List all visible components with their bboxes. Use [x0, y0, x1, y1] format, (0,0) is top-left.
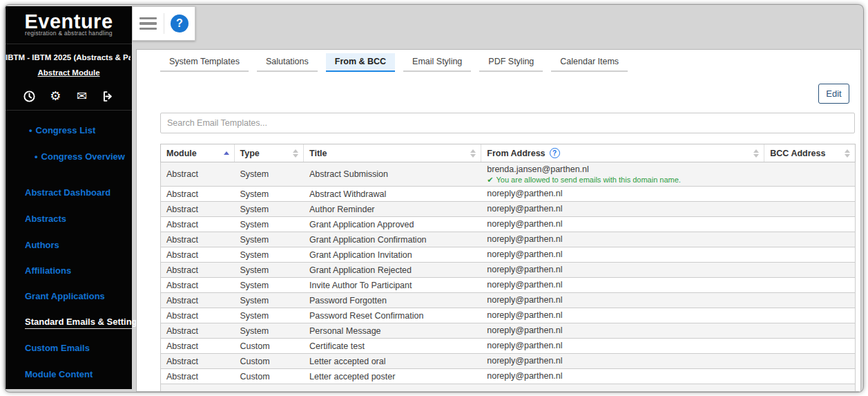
- table-row[interactable]: AbstractSystemAuthor Remindernoreply@par…: [160, 202, 856, 217]
- cell-type: System: [235, 323, 305, 338]
- cell-bcc-address: [764, 323, 855, 338]
- sidebar: Eventure registration & abstract handlin…: [6, 6, 132, 389]
- sort-icon: [293, 149, 298, 158]
- sort-down-arrow: [293, 154, 298, 158]
- table-row[interactable]: AbstractCustomLetter accepted oralnorepl…: [160, 354, 856, 369]
- table-row[interactable]: AbstractCustomCertificate testnoreply@pa…: [160, 339, 856, 354]
- cell-from-address: noreply@parthen.nl: [481, 339, 764, 353]
- mail-icon[interactable]: ✉: [74, 88, 90, 104]
- cell-type: Custom: [235, 369, 305, 384]
- sidebar-item-affiliations[interactable]: Affiliations: [25, 264, 71, 278]
- app-window: Eventure registration & abstract handlin…: [5, 5, 863, 392]
- sidebar-item-standard-emails-settings[interactable]: Standard Emails & Settings: [25, 315, 146, 329]
- column-header-from-address[interactable]: From Address: [481, 144, 764, 162]
- cell-from-address: noreply@parthen.nl: [481, 232, 764, 247]
- cell-module: Abstract: [161, 202, 235, 216]
- sidebar-item-authors[interactable]: Authors: [25, 238, 59, 252]
- from-address-value: noreply@parthen.nl: [487, 295, 562, 305]
- clock-icon[interactable]: [21, 88, 37, 104]
- domain-allowed-text: You are allowed to send emails with this…: [496, 175, 681, 185]
- sidebar-item-abstract-dashboard[interactable]: Abstract Dashboard: [25, 186, 110, 200]
- table-row[interactable]: AbstractSystemPassword Forgottennoreply@…: [160, 293, 856, 308]
- tab-email-styling[interactable]: Email Styling: [403, 53, 471, 72]
- cell-from-address: noreply@parthen.nl: [481, 323, 764, 338]
- column-header-module[interactable]: Module: [161, 144, 235, 162]
- sidebar-item-custom-emails[interactable]: Custom Emails: [25, 341, 90, 355]
- cell-module: Abstract: [161, 339, 235, 353]
- cell-title: Letter accepted oral: [304, 354, 481, 368]
- abstract-module-link[interactable]: Abstract Module: [37, 68, 99, 77]
- cell-title: Password Forgotten: [304, 293, 481, 308]
- table-row[interactable]: AbstractSystemPersonal Messagenoreply@pa…: [160, 323, 856, 339]
- column-header-type[interactable]: Type: [235, 144, 305, 162]
- sidebar-item-congress-list[interactable]: •Congress List: [6, 124, 132, 138]
- table-row[interactable]: AbstractCustomLetter accepted posternore…: [160, 369, 856, 384]
- logout-icon[interactable]: [100, 88, 117, 104]
- cell-title: Grant Application Invitation: [304, 247, 481, 262]
- edit-button[interactable]: Edit: [818, 84, 849, 104]
- table-row[interactable]: AbstractSystemAbstract Submissionbrenda.…: [160, 162, 856, 187]
- cell-from-address: noreply@parthen.nl: [481, 308, 764, 323]
- hamburger-menu-icon[interactable]: [133, 13, 164, 35]
- cell-bcc-address: [764, 202, 855, 216]
- cell-type: System: [235, 278, 305, 292]
- table-row[interactable]: AbstractSystemAbstract Withdrawalnoreply…: [160, 187, 856, 202]
- table-header-row: ModuleTypeTitleFrom AddressBCC Address: [160, 144, 856, 162]
- sidebar-item-congress-overview[interactable]: •Congress Overview: [6, 150, 132, 164]
- cell-from-address: brenda.jansen@parthen.nl✔You are allowed…: [481, 162, 764, 186]
- help-button[interactable]: [164, 15, 195, 32]
- cell-title: Personal Message: [304, 323, 481, 338]
- cell-from-address: noreply@parthen.nl: [481, 354, 764, 368]
- tab-system-templates[interactable]: System Templates: [160, 53, 249, 72]
- sort-down-arrow: [845, 154, 850, 158]
- from-address-value: noreply@parthen.nl: [487, 341, 562, 351]
- table-row[interactable]: AbstractSystemPassword Reset Confirmatio…: [160, 308, 856, 323]
- column-header-title[interactable]: Title: [304, 144, 481, 162]
- column-header-bcc-address[interactable]: BCC Address: [764, 144, 855, 162]
- cell-from-address: noreply@parthen.nl: [481, 278, 764, 292]
- search-input[interactable]: [160, 113, 855, 133]
- module-link-wrap: Abstract Module: [6, 66, 132, 78]
- table-row[interactable]: AbstractSystemInvite Author To Participa…: [160, 278, 856, 293]
- cell-title: Abstract Submission: [304, 162, 481, 186]
- sidebar-item-grant-applications[interactable]: Grant Applications: [25, 290, 105, 303]
- cell-from-address: noreply@parthen.nl: [481, 369, 764, 384]
- sidebar-item-module-content[interactable]: Module Content: [25, 368, 93, 381]
- cell-title: Author Reminder: [304, 202, 481, 216]
- cell-type: Custom: [235, 354, 305, 368]
- gear-icon[interactable]: ⚙: [47, 88, 64, 104]
- cell-module: Abstract: [161, 293, 235, 308]
- cell-module: Abstract: [161, 323, 235, 338]
- cell-bcc-address: [764, 278, 855, 292]
- sort-down-arrow: [470, 154, 476, 158]
- tab-pdf-styling[interactable]: PDF Styling: [479, 53, 543, 72]
- cell-bcc-address: [764, 263, 855, 277]
- cell-module: Abstract: [161, 263, 235, 277]
- column-header-label: BCC Address: [770, 149, 825, 158]
- cell-module: Abstract: [161, 354, 235, 368]
- cell-bcc-address: [764, 232, 855, 247]
- sidebar-item-abstracts[interactable]: Abstracts: [25, 212, 66, 226]
- sort-up-arrow: [224, 151, 229, 155]
- table-row-partial: [160, 384, 856, 392]
- cell-type: Custom: [235, 339, 305, 353]
- cell-type: System: [235, 202, 305, 216]
- tab-calendar-items[interactable]: Calendar Items: [551, 53, 628, 72]
- table-body: AbstractSystemAbstract Submissionbrenda.…: [160, 162, 856, 384]
- from-address-value: noreply@parthen.nl: [487, 265, 562, 275]
- column-help-icon[interactable]: [550, 148, 560, 158]
- cell-from-address: noreply@parthen.nl: [481, 202, 764, 216]
- from-address-value: noreply@parthen.nl: [487, 189, 562, 199]
- help-icon: [171, 15, 189, 32]
- main-panel: System TemplatesSalutationsFrom & BCCEma…: [136, 49, 861, 392]
- tab-from-bcc[interactable]: From & BCC: [326, 53, 395, 72]
- table-row[interactable]: AbstractSystemGrant Application Approved…: [160, 217, 856, 232]
- table-row[interactable]: AbstractSystemGrant Application Rejected…: [160, 263, 856, 278]
- table-row[interactable]: AbstractSystemGrant Application Confirma…: [160, 232, 856, 247]
- cell-bcc-address: [764, 217, 855, 232]
- tab-salutations[interactable]: Salutations: [257, 53, 318, 72]
- cell-from-address: noreply@parthen.nl: [481, 187, 764, 201]
- cell-type: System: [235, 247, 305, 262]
- table-row[interactable]: AbstractSystemGrant Application Invitati…: [160, 247, 856, 263]
- cell-bcc-address: [764, 354, 855, 368]
